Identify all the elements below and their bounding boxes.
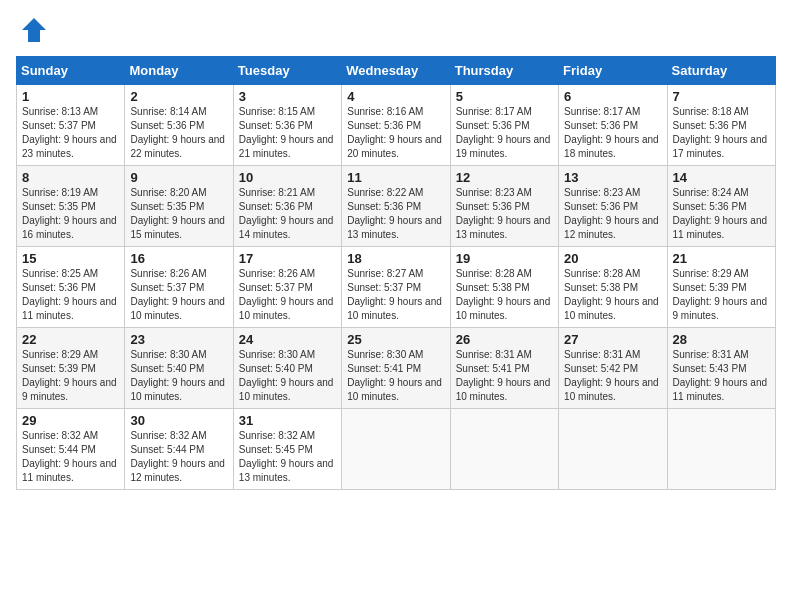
day-number: 5 — [456, 89, 553, 104]
day-number: 20 — [564, 251, 661, 266]
day-number: 12 — [456, 170, 553, 185]
calendar-week-4: 22Sunrise: 8:29 AMSunset: 5:39 PMDayligh… — [17, 328, 776, 409]
day-info: Sunrise: 8:20 AMSunset: 5:35 PMDaylight:… — [130, 187, 225, 240]
day-info: Sunrise: 8:32 AMSunset: 5:44 PMDaylight:… — [130, 430, 225, 483]
day-number: 19 — [456, 251, 553, 266]
logo-icon — [20, 16, 48, 44]
day-number: 31 — [239, 413, 336, 428]
day-info: Sunrise: 8:27 AMSunset: 5:37 PMDaylight:… — [347, 268, 442, 321]
calendar-cell: 12Sunrise: 8:23 AMSunset: 5:36 PMDayligh… — [450, 166, 558, 247]
day-number: 9 — [130, 170, 227, 185]
day-number: 17 — [239, 251, 336, 266]
day-number: 27 — [564, 332, 661, 347]
calendar-week-2: 8Sunrise: 8:19 AMSunset: 5:35 PMDaylight… — [17, 166, 776, 247]
day-info: Sunrise: 8:21 AMSunset: 5:36 PMDaylight:… — [239, 187, 334, 240]
day-info: Sunrise: 8:28 AMSunset: 5:38 PMDaylight:… — [456, 268, 551, 321]
day-info: Sunrise: 8:24 AMSunset: 5:36 PMDaylight:… — [673, 187, 768, 240]
day-number: 14 — [673, 170, 770, 185]
day-info: Sunrise: 8:30 AMSunset: 5:40 PMDaylight:… — [130, 349, 225, 402]
header-thursday: Thursday — [450, 57, 558, 85]
day-number: 3 — [239, 89, 336, 104]
day-number: 8 — [22, 170, 119, 185]
calendar-cell: 27Sunrise: 8:31 AMSunset: 5:42 PMDayligh… — [559, 328, 667, 409]
logo — [16, 16, 48, 44]
calendar-cell: 9Sunrise: 8:20 AMSunset: 5:35 PMDaylight… — [125, 166, 233, 247]
day-number: 15 — [22, 251, 119, 266]
calendar-cell — [559, 409, 667, 490]
day-info: Sunrise: 8:29 AMSunset: 5:39 PMDaylight:… — [22, 349, 117, 402]
day-info: Sunrise: 8:26 AMSunset: 5:37 PMDaylight:… — [239, 268, 334, 321]
day-info: Sunrise: 8:30 AMSunset: 5:41 PMDaylight:… — [347, 349, 442, 402]
day-info: Sunrise: 8:23 AMSunset: 5:36 PMDaylight:… — [564, 187, 659, 240]
day-info: Sunrise: 8:26 AMSunset: 5:37 PMDaylight:… — [130, 268, 225, 321]
page-header — [16, 16, 776, 44]
calendar-cell: 26Sunrise: 8:31 AMSunset: 5:41 PMDayligh… — [450, 328, 558, 409]
header-tuesday: Tuesday — [233, 57, 341, 85]
calendar-cell — [667, 409, 775, 490]
day-info: Sunrise: 8:30 AMSunset: 5:40 PMDaylight:… — [239, 349, 334, 402]
header-friday: Friday — [559, 57, 667, 85]
day-number: 26 — [456, 332, 553, 347]
day-info: Sunrise: 8:31 AMSunset: 5:43 PMDaylight:… — [673, 349, 768, 402]
calendar-cell: 11Sunrise: 8:22 AMSunset: 5:36 PMDayligh… — [342, 166, 450, 247]
day-info: Sunrise: 8:32 AMSunset: 5:45 PMDaylight:… — [239, 430, 334, 483]
calendar-cell: 15Sunrise: 8:25 AMSunset: 5:36 PMDayligh… — [17, 247, 125, 328]
day-info: Sunrise: 8:13 AMSunset: 5:37 PMDaylight:… — [22, 106, 117, 159]
day-info: Sunrise: 8:23 AMSunset: 5:36 PMDaylight:… — [456, 187, 551, 240]
calendar-cell: 6Sunrise: 8:17 AMSunset: 5:36 PMDaylight… — [559, 85, 667, 166]
day-number: 18 — [347, 251, 444, 266]
day-number: 24 — [239, 332, 336, 347]
day-number: 2 — [130, 89, 227, 104]
calendar-cell: 22Sunrise: 8:29 AMSunset: 5:39 PMDayligh… — [17, 328, 125, 409]
calendar-cell: 24Sunrise: 8:30 AMSunset: 5:40 PMDayligh… — [233, 328, 341, 409]
day-info: Sunrise: 8:29 AMSunset: 5:39 PMDaylight:… — [673, 268, 768, 321]
day-info: Sunrise: 8:15 AMSunset: 5:36 PMDaylight:… — [239, 106, 334, 159]
day-info: Sunrise: 8:31 AMSunset: 5:41 PMDaylight:… — [456, 349, 551, 402]
day-number: 23 — [130, 332, 227, 347]
day-number: 1 — [22, 89, 119, 104]
calendar-cell: 23Sunrise: 8:30 AMSunset: 5:40 PMDayligh… — [125, 328, 233, 409]
calendar-cell: 30Sunrise: 8:32 AMSunset: 5:44 PMDayligh… — [125, 409, 233, 490]
calendar-cell: 29Sunrise: 8:32 AMSunset: 5:44 PMDayligh… — [17, 409, 125, 490]
day-info: Sunrise: 8:14 AMSunset: 5:36 PMDaylight:… — [130, 106, 225, 159]
calendar-week-3: 15Sunrise: 8:25 AMSunset: 5:36 PMDayligh… — [17, 247, 776, 328]
day-info: Sunrise: 8:17 AMSunset: 5:36 PMDaylight:… — [456, 106, 551, 159]
day-info: Sunrise: 8:16 AMSunset: 5:36 PMDaylight:… — [347, 106, 442, 159]
header-sunday: Sunday — [17, 57, 125, 85]
day-number: 30 — [130, 413, 227, 428]
calendar-cell: 2Sunrise: 8:14 AMSunset: 5:36 PMDaylight… — [125, 85, 233, 166]
calendar-cell: 1Sunrise: 8:13 AMSunset: 5:37 PMDaylight… — [17, 85, 125, 166]
calendar-cell: 10Sunrise: 8:21 AMSunset: 5:36 PMDayligh… — [233, 166, 341, 247]
day-number: 29 — [22, 413, 119, 428]
day-number: 22 — [22, 332, 119, 347]
calendar-cell: 18Sunrise: 8:27 AMSunset: 5:37 PMDayligh… — [342, 247, 450, 328]
day-number: 4 — [347, 89, 444, 104]
day-number: 25 — [347, 332, 444, 347]
calendar-week-1: 1Sunrise: 8:13 AMSunset: 5:37 PMDaylight… — [17, 85, 776, 166]
day-info: Sunrise: 8:17 AMSunset: 5:36 PMDaylight:… — [564, 106, 659, 159]
calendar-cell: 20Sunrise: 8:28 AMSunset: 5:38 PMDayligh… — [559, 247, 667, 328]
calendar-cell: 19Sunrise: 8:28 AMSunset: 5:38 PMDayligh… — [450, 247, 558, 328]
calendar-cell: 25Sunrise: 8:30 AMSunset: 5:41 PMDayligh… — [342, 328, 450, 409]
calendar-cell: 16Sunrise: 8:26 AMSunset: 5:37 PMDayligh… — [125, 247, 233, 328]
day-info: Sunrise: 8:31 AMSunset: 5:42 PMDaylight:… — [564, 349, 659, 402]
header-monday: Monday — [125, 57, 233, 85]
svg-marker-0 — [22, 18, 46, 42]
calendar-week-5: 29Sunrise: 8:32 AMSunset: 5:44 PMDayligh… — [17, 409, 776, 490]
calendar: SundayMondayTuesdayWednesdayThursdayFrid… — [16, 56, 776, 490]
day-info: Sunrise: 8:28 AMSunset: 5:38 PMDaylight:… — [564, 268, 659, 321]
calendar-cell: 8Sunrise: 8:19 AMSunset: 5:35 PMDaylight… — [17, 166, 125, 247]
day-number: 10 — [239, 170, 336, 185]
day-number: 7 — [673, 89, 770, 104]
calendar-cell: 14Sunrise: 8:24 AMSunset: 5:36 PMDayligh… — [667, 166, 775, 247]
calendar-cell — [342, 409, 450, 490]
calendar-cell: 28Sunrise: 8:31 AMSunset: 5:43 PMDayligh… — [667, 328, 775, 409]
day-number: 6 — [564, 89, 661, 104]
day-number: 11 — [347, 170, 444, 185]
calendar-cell — [450, 409, 558, 490]
day-info: Sunrise: 8:32 AMSunset: 5:44 PMDaylight:… — [22, 430, 117, 483]
day-number: 16 — [130, 251, 227, 266]
header-wednesday: Wednesday — [342, 57, 450, 85]
day-number: 21 — [673, 251, 770, 266]
day-info: Sunrise: 8:25 AMSunset: 5:36 PMDaylight:… — [22, 268, 117, 321]
